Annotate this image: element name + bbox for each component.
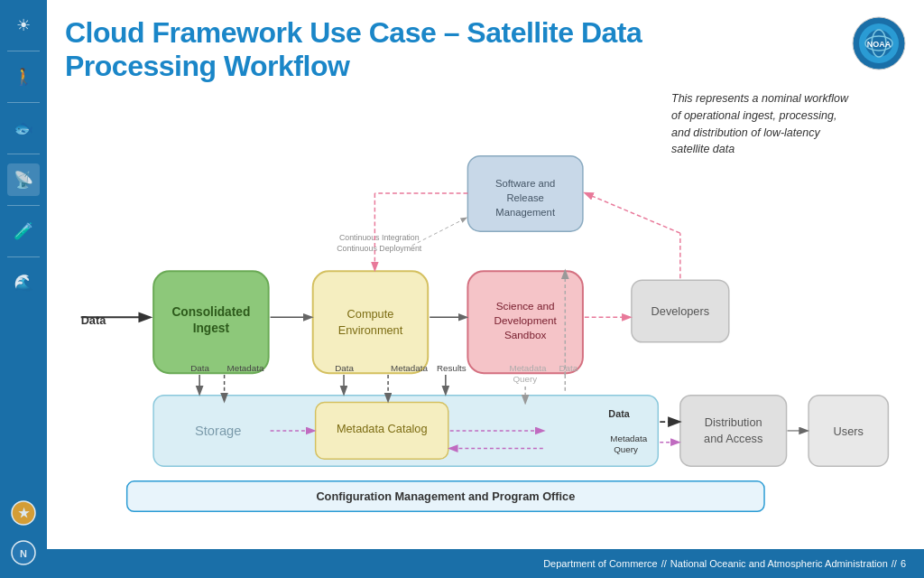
footer: Department of Commerce // National Ocean… <box>47 549 924 578</box>
consolidated-ingest-label2: Ingest <box>193 322 230 335</box>
main-content: Cloud Framework Use Case – Satellite Dat… <box>47 0 924 578</box>
sidebar-icon-badge2[interactable]: N <box>7 536 40 569</box>
sidebar-icon-fish[interactable]: 🐟 <box>7 112 40 144</box>
footer-page: 6 <box>901 558 906 569</box>
noaa-logo: NOAA <box>852 16 906 70</box>
sidebar-icon-sun[interactable]: ☀ <box>7 9 40 42</box>
sidebar-divider-5 <box>7 256 40 257</box>
footer-sep2: // <box>892 558 897 569</box>
sidebar-divider-3 <box>7 154 40 154</box>
metadata-label-ingest: Metadata <box>227 363 264 373</box>
metadata-catalog-label: Metadata Catalog <box>337 421 428 434</box>
sidebar: ☀ 🚶 🐟 📡 🧪 🌊 ★ N <box>0 0 47 578</box>
footer-noaa: National Oceanic and Atmospheric Adminis… <box>670 558 888 569</box>
metadata-query-label-sandbox: Metadata <box>509 363 546 373</box>
sidebar-icon-flask[interactable]: 🧪 <box>7 215 40 247</box>
sidebar-icon-badge1[interactable]: ★ <box>7 497 40 529</box>
metadata-label-compute: Metadata <box>391 363 428 373</box>
title-line2: Processing Workflow <box>65 50 349 82</box>
data-label-storage-up: Data <box>559 363 578 373</box>
software-release-label1: Software and <box>495 178 555 189</box>
developers-label: Developers <box>651 304 710 318</box>
metadata-query-dist-label2: Query <box>614 444 638 454</box>
software-release-label2: Release <box>506 191 543 202</box>
compute-env-box <box>313 271 429 373</box>
consolidated-ingest-label: Consolidated <box>171 305 250 319</box>
footer-sep1: // <box>661 558 667 569</box>
sidebar-divider <box>7 51 40 51</box>
sidebar-icon-person[interactable]: 🚶 <box>7 61 40 93</box>
workflow-diagram: Data Consolidated Ingest Compute Environ… <box>47 99 924 549</box>
dev-software-arrow-h <box>586 193 680 233</box>
footer-dept: Department of Commerce <box>543 558 658 569</box>
svg-text:N: N <box>20 548 27 559</box>
compute-env-label: Compute <box>347 307 394 321</box>
ci-label: Continuous Integration <box>339 233 420 242</box>
science-sandbox-label1: Science and <box>496 300 555 312</box>
data-input-label: Data <box>81 313 107 327</box>
ci-arrow <box>412 218 467 245</box>
sidebar-bottom: ★ N <box>7 497 40 578</box>
software-release-label3: Management <box>495 206 556 217</box>
page-title: Cloud Framework Use Case – Satellite Dat… <box>65 16 834 83</box>
distribution-label1: Distribution <box>705 415 762 429</box>
title-line1: Cloud Framework Use Case – Satellite Dat… <box>65 16 642 49</box>
data-label-storage-dist: Data <box>608 408 630 419</box>
metadata-query-label2-sandbox: Query <box>513 374 537 384</box>
sidebar-icon-wave[interactable]: 🌊 <box>7 266 40 299</box>
science-sandbox-label2: Development <box>494 314 557 326</box>
svg-text:★: ★ <box>18 506 30 520</box>
sidebar-divider-4 <box>7 205 40 206</box>
sidebar-icon-satellite[interactable]: 📡 <box>7 163 40 196</box>
cd-label: Continuous Deployment <box>337 243 422 252</box>
svg-text:NOAA: NOAA <box>867 40 892 49</box>
results-label-compute: Results <box>437 363 467 373</box>
diagram-svg: Data Consolidated Ingest Compute Environ… <box>65 99 906 549</box>
storage-label: Storage <box>195 423 242 437</box>
metadata-query-dist-label1: Metadata <box>610 433 647 443</box>
data-label-compute-down: Data <box>335 363 354 373</box>
sidebar-divider-2 <box>7 102 40 103</box>
distribution-label2: and Access <box>704 431 762 444</box>
compute-env-label2: Environment <box>338 323 403 337</box>
header: Cloud Framework Use Case – Satellite Dat… <box>47 0 924 90</box>
science-sandbox-label3: Sandbox <box>504 328 547 340</box>
config-mgmt-label: Configuration Management and Program Off… <box>316 489 575 503</box>
users-label: Users <box>834 424 864 437</box>
data-label-ingest-down: Data <box>190 363 209 373</box>
title-text: Cloud Framework Use Case – Satellite Dat… <box>65 16 834 83</box>
